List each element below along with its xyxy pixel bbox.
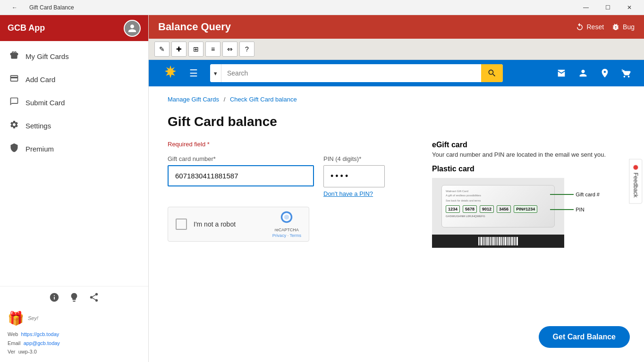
sidebar-meta: Web https://gcb.today Email app@gcb.toda… [8,330,141,356]
captcha-label: I'm not a robot [194,220,266,228]
sidebar-item-label: Submit Card [25,99,65,107]
sidebar-item-submit-card[interactable]: Submit Card [0,91,148,114]
help-button[interactable]: ? [239,42,254,57]
settings-icon [9,120,19,132]
search-input[interactable] [221,64,481,82]
card-num-3: 9012 [480,205,494,213]
web-link[interactable]: https://gcb.today [21,331,59,337]
terms-link[interactable]: Terms [290,233,302,238]
email-link[interactable]: app@gcb.today [24,340,60,346]
list-button[interactable]: ≡ [205,42,220,57]
breadcrumb-manage-link[interactable]: Manage Gift Cards [168,96,219,103]
sidebar-nav: My Gift Cards Add Card Submit Card Setti… [0,41,148,286]
grid-button[interactable]: ⊞ [188,42,203,57]
barcode-line [514,237,515,245]
feedback-tab[interactable]: Feedback [629,159,643,203]
back-button[interactable]: ← [4,0,25,15]
barcode-line [483,237,483,245]
barcode-line [480,237,480,245]
captcha-logo-area: reCAPTCHA Privacy · Terms [272,210,301,238]
barcode-line [507,237,507,245]
bug-button[interactable]: Bug [611,23,635,31]
sidebar-item-label: My Gift Cards [25,52,69,60]
card-mock-footer: GASWUGHNM L0RJHQWEFG [446,215,551,218]
barcode-line [492,237,494,245]
maximize-button[interactable]: ☐ [597,0,619,15]
barcode-line [509,237,510,245]
minimize-button[interactable]: — [575,0,597,15]
barcode-line [511,237,513,245]
gift-cards-icon [9,51,19,62]
idea-icon[interactable] [69,292,79,305]
edit-button[interactable]: ✎ [154,42,169,57]
card-info-section: eGift card Your card number and PIN are … [432,141,606,253]
nav-actions [551,65,636,81]
barcode-line [501,237,502,245]
barcode-line [483,237,484,245]
card-mock: Walmart Gift Card A gift of endless poss… [441,185,555,227]
cart-button[interactable] [617,65,636,81]
card-num-4: 3456 [497,205,511,213]
search-container: ▾ [210,64,503,82]
card-labels: Gift card # PIN [550,192,600,212]
form-and-card-info: Required field * Gift card number* PIN (… [168,141,625,253]
card-mock-container: Walmart Gift Card A gift of endless poss… [441,185,555,227]
barcode-line [486,237,487,245]
card-number-line: 1234 5678 9012 3456 PIN#1234 [446,205,551,213]
captcha-checkbox[interactable] [176,219,187,230]
top-bar-actions: Reset Bug [576,23,635,31]
card-num-1: 1234 [446,205,460,213]
search-dropdown[interactable]: ▾ [210,64,221,82]
privacy-link[interactable]: Privacy [272,233,287,238]
info-icon[interactable] [49,292,59,305]
barcode-line [487,237,489,245]
content-area: Balance Query Reset Bug ✎ ✚ ⊞ ≡ ⇔ ? [149,15,644,362]
location-button[interactable] [595,65,615,81]
sidebar-item-label: Settings [25,122,51,130]
get-balance-button[interactable]: Get Card Balance [539,326,630,348]
card-image-area: Walmart Gift Card A gift of endless poss… [432,178,564,235]
card-illustration: Walmart Gift Card A gift of endless poss… [432,178,564,248]
expand-button[interactable]: ⇔ [222,42,237,57]
egift-card-title: eGift card [432,141,606,149]
account-button[interactable] [573,65,593,81]
sidebar-item-premium[interactable]: Premium [0,137,148,160]
gift-card-label-marker [550,194,574,195]
feedback-label: Feedback [633,172,639,197]
recaptcha-logo [280,210,293,227]
tools-button[interactable]: ✚ [171,42,186,57]
sidebar-item-settings[interactable]: Settings [0,114,148,137]
app-top-bar: Balance Query Reset Bug [149,15,644,39]
pin-label: PIN [576,207,584,212]
card-mock-text: Walmart Gift Card A gift of endless poss… [446,189,551,202]
no-pin-link[interactable]: Don't have a PIN? [323,190,385,197]
card-pin: PIN#1234 [514,205,537,213]
submit-card-icon [9,97,19,109]
barcode-line [513,237,514,245]
menu-button[interactable]: ☰ [185,67,203,79]
pin-input[interactable] [323,165,385,187]
window-controls: — ☐ ✕ [575,0,640,15]
sidebar-footer: 🎁 Sey! Web https://gcb.today Email app@g… [0,286,148,362]
barcode-line [502,237,503,245]
reset-button[interactable]: Reset [576,23,604,31]
page-header-title: Balance Query [158,21,231,33]
share-icon[interactable] [89,292,99,305]
add-card-icon [9,74,19,85]
close-button[interactable]: ✕ [619,0,640,15]
walmart-nav: ☰ ▾ [149,60,644,86]
sidebar-item-add-card[interactable]: Add Card [0,68,148,91]
store-finder-button[interactable] [551,65,571,81]
sidebar-item-my-gift-cards[interactable]: My Gift Cards [0,45,148,68]
avatar[interactable] [124,20,141,37]
pin-label-marker [550,209,574,210]
breadcrumb-current: Check Gift Card balance [230,96,297,103]
search-button[interactable] [481,64,503,82]
barcode-line [496,237,496,245]
card-number-field: Gift card number* [168,155,314,186]
gift-card-number-label: Gift card # [576,192,600,197]
card-number-input[interactable] [168,165,314,186]
pin-label-line: PIN [550,207,600,212]
recaptcha-terms: Privacy · Terms [272,233,301,238]
barcode-line [491,237,492,245]
